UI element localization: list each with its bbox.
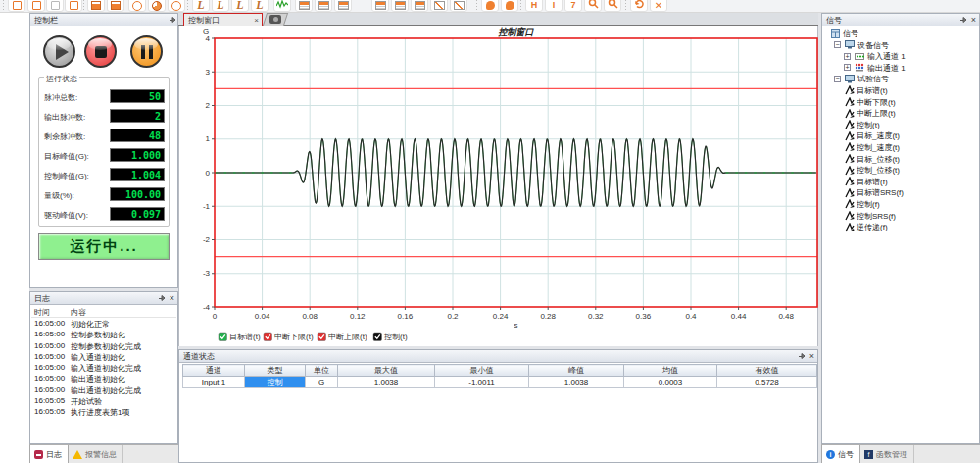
print-toolbar-button[interactable]	[87, 0, 105, 12]
channel-cell: G	[306, 377, 338, 388]
svg-text:中断下限(t): 中断下限(t)	[274, 333, 314, 341]
stop-icon	[95, 46, 107, 58]
tree-node-试验信号[interactable]: −试验信号	[823, 73, 978, 84]
chart-2-toolbar-button[interactable]	[450, 0, 467, 12]
tree-node-逆传递(f)[interactable]: 逆传递(f)	[823, 221, 978, 232]
view-1-toolbar-button[interactable]	[371, 0, 389, 12]
log-row[interactable]: 16:05:05执行进度表第1项	[31, 407, 176, 418]
fit-page-toolbar-button[interactable]: 7	[564, 0, 582, 12]
save-toolbar-button[interactable]	[46, 0, 64, 12]
link-1-toolbar-button[interactable]	[481, 0, 499, 12]
channel-col-header[interactable]: 通道	[183, 365, 245, 377]
clock-toolbar-button[interactable]	[168, 0, 185, 12]
log-row[interactable]: 16:05:05开始试验	[31, 396, 176, 407]
level-2-toolbar-button[interactable]: L	[212, 0, 229, 12]
link-2-toolbar-button[interactable]	[501, 0, 518, 12]
table-2-toolbar-button[interactable]	[315, 0, 332, 12]
tree-expander[interactable]: +	[844, 53, 851, 60]
pin-icon[interactable]	[167, 15, 177, 26]
tree-node-目标_位移(t)[interactable]: 目标_位移(t)	[823, 153, 978, 165]
schedule-toolbar-button[interactable]	[148, 0, 166, 12]
close-icon[interactable]: ×	[167, 293, 177, 304]
close-toolbar-button[interactable]: ✕	[650, 0, 667, 12]
center-horizontal-splitter[interactable]	[178, 346, 818, 349]
tree-node-目标谱SRS(f)[interactable]: 目标谱SRS(f)	[823, 186, 978, 198]
signal-tab-func[interactable]: f函数管理	[860, 445, 914, 463]
tab-control-window[interactable]: 控制窗口 ×	[183, 13, 263, 26]
signal-icon	[845, 109, 854, 118]
pin-icon[interactable]	[796, 351, 807, 362]
legend-checkbox-1[interactable]	[264, 333, 272, 341]
log-row[interactable]: 16:05:00初始化正常	[31, 319, 176, 330]
tree-node-控制(t)[interactable]: 控制(t)	[823, 119, 978, 130]
log-row[interactable]: 16:05:00控制参数初始化	[31, 330, 176, 340]
level-3-toolbar-button[interactable]: L	[231, 0, 249, 12]
channel-col-header[interactable]: 有效值	[717, 365, 817, 377]
zoom-out-toolbar-button[interactable]	[604, 0, 621, 12]
pause-button[interactable]	[130, 35, 163, 68]
log-row[interactable]: 16:05:00输出通道初始化	[31, 374, 176, 385]
print-preview-toolbar-button[interactable]	[107, 0, 124, 12]
play-button[interactable]	[43, 35, 75, 68]
tree-root-signal[interactable]: 信号	[823, 27, 978, 39]
tab-close-icon[interactable]: ×	[254, 16, 262, 25]
pin-icon[interactable]	[156, 293, 167, 304]
log-row[interactable]: 16:05:00输入通道初始化	[31, 352, 176, 363]
tree-node-中断下限(t)[interactable]: 中断下限(t)	[823, 96, 978, 108]
tree-node-控制SRS(f)[interactable]: 控制SRS(f)	[823, 210, 978, 222]
legend-checkbox-2[interactable]	[318, 333, 326, 341]
table-3-toolbar-button[interactable]	[334, 0, 352, 12]
stop-button[interactable]	[84, 35, 117, 68]
channel-col-header[interactable]: 类型	[245, 365, 306, 377]
log-tab-log[interactable]: 日志	[29, 445, 69, 463]
tree-node-目标谱(t)[interactable]: 目标谱(t)	[823, 84, 978, 96]
tree-node-输出通道 1[interactable]: +输出通道 1	[823, 62, 978, 74]
tree-node-中断上限(t)[interactable]: 中断上限(t)	[823, 107, 978, 119]
info-icon: i	[826, 450, 835, 459]
chart-1-toolbar-button[interactable]	[430, 0, 448, 12]
legend-checkbox-3[interactable]	[373, 333, 382, 341]
legend-checkbox-0[interactable]	[219, 333, 227, 341]
channel-col-header[interactable]: 均值	[624, 365, 717, 377]
table-1-toolbar-button[interactable]	[295, 0, 313, 12]
view-3-toolbar-button[interactable]	[411, 0, 428, 12]
fit-horizontal-toolbar-button[interactable]: H	[525, 0, 543, 12]
print-icon	[91, 1, 101, 10]
pin-icon[interactable]	[957, 15, 968, 26]
fit-vertical-toolbar-button[interactable]: I	[545, 0, 563, 12]
level-1-toolbar-button[interactable]: L	[192, 0, 210, 12]
channel-col-header[interactable]: 最小值	[435, 365, 529, 377]
tree-node-输入通道 1[interactable]: +输入通道 1	[823, 50, 978, 62]
tree-expander[interactable]: −	[834, 76, 841, 82]
new-toolbar-button[interactable]	[8, 0, 25, 12]
signal-tab-info[interactable]: i信号	[821, 445, 860, 463]
zoom-in-toolbar-button[interactable]	[584, 0, 602, 12]
channel-col-header[interactable]: 单位	[306, 365, 338, 377]
tree-node-控制_速度(t)[interactable]: 控制_速度(t)	[823, 141, 978, 153]
waveform-toolbar-button[interactable]	[273, 0, 291, 12]
log-row[interactable]: 16:05:00输入通道初始化完成	[31, 363, 176, 374]
channel-row[interactable]: Input 1控制G1.0038-1.00111.00380.00030.572…	[183, 377, 817, 388]
refresh-toolbar-button[interactable]	[630, 0, 648, 12]
channel-col-header[interactable]: 最大值	[338, 365, 435, 377]
channel-col-header[interactable]: 峰值	[529, 365, 624, 377]
open-toolbar-button[interactable]	[27, 0, 45, 12]
close-icon[interactable]: ×	[807, 351, 817, 362]
tree-node-控制(f)[interactable]: 控制(f)	[823, 198, 978, 210]
tree-node-控制_位移(t)[interactable]: 控制_位移(t)	[823, 164, 978, 176]
tree-expander[interactable]: +	[844, 64, 851, 71]
log-tab-warning[interactable]: 报警信息	[69, 445, 123, 463]
gauge-toolbar-button[interactable]	[128, 0, 146, 12]
control-window-chart[interactable]: 控制窗口G43210-1-2-3-400.040.080.120.160.20.…	[179, 26, 819, 346]
save-all-toolbar-button[interactable]	[65, 0, 82, 12]
tree-node-目标_速度(t)[interactable]: 目标_速度(t)	[823, 129, 978, 141]
tree-node-目标谱(f)[interactable]: 目标谱(f)	[823, 176, 978, 187]
level-edit-toolbar-button[interactable]: L	[251, 0, 269, 12]
log-row[interactable]: 16:05:00控制参数初始化完成	[31, 341, 176, 352]
close-icon[interactable]: ×	[968, 15, 979, 26]
tree-expander[interactable]: −	[834, 41, 841, 48]
log-row[interactable]: 16:05:00输出通道初始化完成	[31, 386, 176, 396]
tree-node-设备信号[interactable]: −设备信号	[823, 39, 978, 51]
view-2-toolbar-button[interactable]	[391, 0, 409, 12]
horizontal-splitter[interactable]	[29, 288, 178, 291]
